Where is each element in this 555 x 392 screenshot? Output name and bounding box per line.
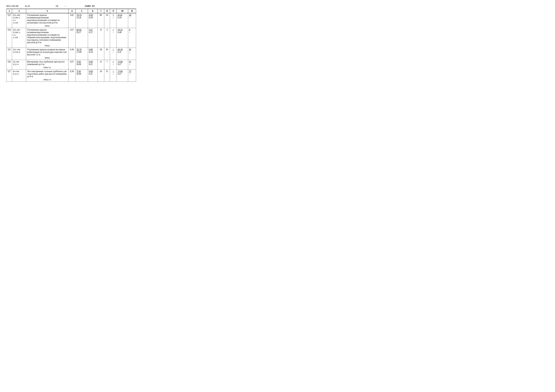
- row-val5: 76,70 27,80: [75, 48, 88, 60]
- row-val8: 3: [104, 28, 110, 48]
- row-val6: 0,69 0,2I: [88, 70, 97, 82]
- col-header-3: 3: [26, 9, 68, 13]
- col-header-1: 1: [7, 9, 12, 13]
- row-val7: 80: [97, 13, 104, 28]
- col-header-10: I0: [117, 9, 128, 13]
- row-val11: 46 –: [128, 13, 136, 28]
- row-val9: = –: [110, 60, 117, 70]
- row-index: I24: [7, 28, 12, 48]
- row-desc: Улучшенная окраска поливинилацетатными в…: [26, 28, 68, 48]
- row-index: I26: [7, 60, 12, 70]
- row-desc: Улучшенная окраска колером масляным разб…: [26, 48, 68, 60]
- row-val10: 45,I0 0,39: [117, 13, 128, 28]
- table-row: I25 EI5–568 I5.I59–8 Улучшенная окраска …: [7, 48, 136, 60]
- row-val10: 49,30 0,3I: [117, 48, 128, 60]
- row-qty: 0,I7: [68, 60, 76, 70]
- row-val5: 7I,I0 4I,00: [75, 60, 88, 70]
- row-val9: = –: [110, 70, 117, 82]
- row-index: I25: [7, 48, 12, 60]
- row-val6: 0,80 0,24: [88, 48, 97, 60]
- row-val6: 0,69 0,2I: [88, 60, 97, 70]
- page-num: -36: [55, 5, 58, 7]
- col-header-6: 6: [88, 9, 97, 13]
- row-val10: 34,25 0,48: [117, 28, 128, 48]
- col-header-5: 5: [75, 9, 88, 13]
- doc-code: 902-I-I45.88: [6, 5, 18, 7]
- main-table: 1 2 3 4 5 6 7 8 9 I0 II I23 EI5–660 I5.I…: [6, 9, 136, 82]
- separator: –: [65, 5, 66, 7]
- row-val6: I,25 0,37: [88, 28, 97, 48]
- row-val11: I8 –: [128, 48, 136, 60]
- table-row: I23 EI5–660 I5.I68–3 т.ч. п.3.I8 Улучшен…: [7, 13, 136, 28]
- row-index: I27: [7, 70, 12, 82]
- row-val10: 73,80 0,27: [117, 60, 128, 70]
- row-val7: I2: [97, 60, 104, 70]
- row-qty: 0,36: [68, 48, 76, 60]
- row-val10: 73,80 0,27: [117, 70, 128, 82]
- row-val7: II: [97, 28, 104, 48]
- row-qty: 0,I7: [68, 28, 76, 48]
- row-index: I23: [7, 13, 12, 28]
- row-desc: Улучшенная окраска поливинилацетатными в…: [26, 13, 68, 28]
- col-header-7: 7: [97, 9, 104, 13]
- row-qty: I,02: [68, 13, 76, 28]
- row-val9: = –: [110, 48, 117, 60]
- row-val7: 26: [97, 70, 104, 82]
- row-val11: 27 –: [128, 70, 136, 82]
- row-val5: 64,92 I9,37: [75, 28, 88, 48]
- row-val8: 26: [104, 13, 110, 28]
- row-val11: 6 –: [128, 28, 136, 48]
- doc-suffix: Ал.II: [25, 5, 30, 7]
- col-header-9: 9: [110, 9, 117, 13]
- row-code: E8–I94 8.22–6: [12, 70, 26, 82]
- row-code: EI5–660 I5.I68–3 т.ч. п.3.I8: [12, 13, 26, 28]
- row-desc: Леса внутренние стальные трубчатые для о…: [26, 70, 68, 82]
- row-qty: 0,36: [68, 70, 76, 82]
- col-header-4: 4: [68, 9, 76, 13]
- row-code: E8–I94 8.22–6: [12, 60, 26, 70]
- row-val8: I5: [104, 70, 110, 82]
- row-val9: = –: [110, 28, 117, 48]
- row-val5: 78,70 25,4I: [75, 13, 88, 28]
- page-header: 902-I-I45.88 Ал.II -36 – 23481- 03: [6, 5, 136, 7]
- row-code: EI5–568 I5.I59–8: [12, 48, 26, 60]
- row-desc: Внутренние леса трубчатые при высоте пом…: [26, 60, 68, 70]
- row-val11: I3 –: [128, 60, 136, 70]
- row-val6: 0,99 0,30: [88, 13, 97, 28]
- row-code: EI5–663 I5.I68–3 т.ч. п.3.I8: [12, 28, 26, 48]
- row-val5: 7I,I0 4I,00: [75, 70, 88, 82]
- row-val8: 7: [104, 60, 110, 70]
- row-val7: 28: [97, 48, 104, 60]
- table-row: I24 EI5–663 I5.I68–3 т.ч. п.3.I8 Улучшен…: [7, 28, 136, 48]
- col-header-11: II: [128, 9, 136, 13]
- col-header-2: 2: [12, 9, 26, 13]
- row-val9: I –: [110, 13, 117, 28]
- row-val8: I0: [104, 48, 110, 60]
- table-row: I27 E8–I94 8.22–6 Леса внутренние стальн…: [7, 70, 136, 82]
- table-row: I26 E8–I94 8.22–6 Внутренние леса трубча…: [7, 60, 136, 70]
- stamp: 23481- 03: [85, 5, 95, 7]
- col-header-8: 8: [104, 9, 110, 13]
